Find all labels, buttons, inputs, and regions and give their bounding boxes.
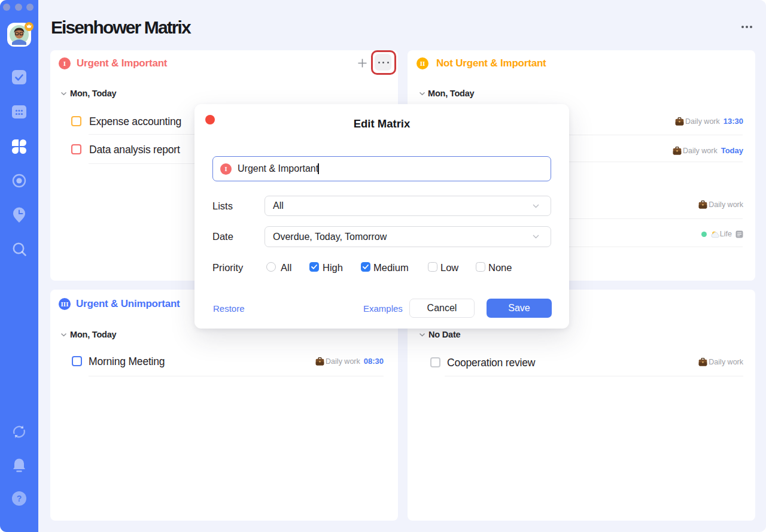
svg-text:?: ? <box>17 494 22 503</box>
